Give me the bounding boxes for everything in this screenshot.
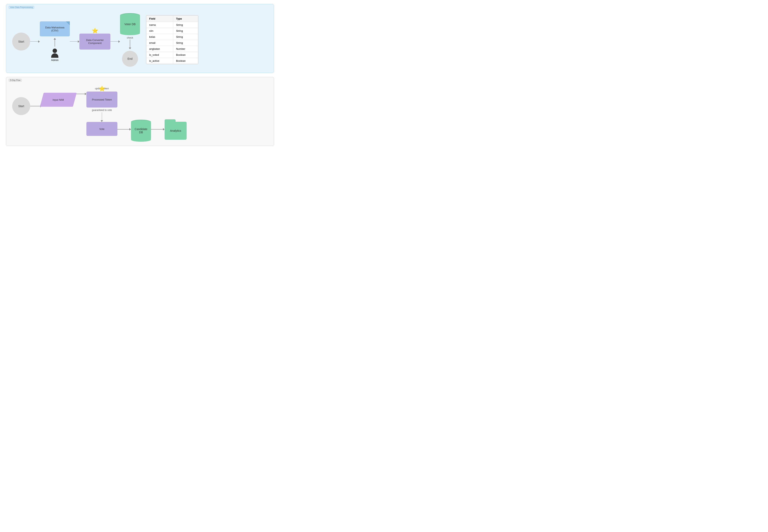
bottom-flow: Start Input NIM [12, 87, 268, 140]
admin-person-icon [51, 49, 58, 58]
table-header-type: Type [173, 16, 198, 22]
check-label: check [127, 36, 133, 39]
star-token: ⭐ [99, 86, 105, 92]
top-flow: Start Data Mahasiswa (CSV) [12, 16, 268, 67]
table-row: kelasString [146, 34, 198, 40]
admin-block: Admin [51, 49, 59, 62]
table-row: emailString [146, 40, 198, 46]
v-arrow-to-end [129, 40, 131, 49]
guaranteed-arrow: guaranteed to vote [92, 109, 112, 122]
admin-arrow-group: Admin [51, 38, 59, 62]
csv-admin-group: Data Mahasiswa (CSV) Admin [40, 21, 70, 62]
voter-db-table: Field Type namaStringnimStringkelasStrin… [146, 15, 199, 64]
input-nim-node: Input NIM [40, 93, 77, 107]
voter-db-end-group: Voter DB check End [120, 12, 140, 67]
dday-section-label: D-Day Flow [9, 79, 22, 82]
table-row: is_activeBoolean [146, 58, 198, 64]
start-node-bottom: Start [12, 97, 30, 115]
start-nim-group: Start [12, 97, 42, 115]
candidate-db-group: Candidate DB [131, 122, 151, 140]
analytics-node: Analytics [164, 122, 186, 140]
processed-token-node: Processed Token [86, 92, 117, 108]
table-header-field: Field [146, 16, 173, 22]
candidate-db-node: Candidate DB [131, 122, 151, 140]
end-node-top: End [122, 51, 138, 67]
dday-flow-section: D-Day Flow Start Input NIM [6, 77, 274, 146]
admin-label: Admin [51, 59, 59, 62]
up-arrow-line [55, 40, 55, 47]
person-head [53, 49, 57, 53]
check-arrow-group: check End [122, 36, 138, 67]
table-row: is_votedBoolean [146, 52, 198, 58]
input-nim-group: Input NIM [42, 93, 75, 107]
processed-token-group: update token ⭐ Processed Token guarantee… [86, 87, 117, 136]
cdb-to-analytics-arrow-group [151, 128, 164, 131]
vote-node: Vote [86, 122, 117, 136]
table-row: namaString [146, 22, 198, 28]
voter-section-label: Voter Data Preprocessing [9, 6, 34, 9]
start-node-top: Start [12, 33, 30, 51]
csv-node: Data Mahasiswa (CSV) [40, 21, 70, 36]
table-row: angkatanNumber [146, 46, 198, 52]
converter-node-wrap: ⭐ Data Converter Component [79, 34, 110, 50]
analytics-group: Analytics [164, 122, 186, 140]
main-container: Voter Data Preprocessing Start Data Maha… [0, 0, 280, 150]
converter-node: Data Converter Component [79, 34, 110, 50]
arrow-converter-db [110, 40, 120, 43]
arrow-csv-converter [70, 40, 79, 43]
guaranteed-label: guaranteed to vote [92, 109, 112, 112]
voter-preprocessing-section: Voter Data Preprocessing Start Data Maha… [6, 4, 274, 73]
voter-db-node: Voter DB [120, 15, 140, 33]
processed-token-wrap: ⭐ Processed Token [86, 92, 117, 108]
vote-to-cdb-arrow-group [117, 128, 131, 131]
arrow-start-csv [30, 40, 40, 43]
table-row: nimString [146, 28, 198, 34]
arrow-cdb-analytics [151, 128, 164, 131]
person-body [51, 53, 58, 58]
up-arrow-head [54, 38, 56, 40]
arrow-vote-cdb [117, 128, 131, 131]
v-arrow-to-vote [101, 112, 103, 122]
star-converter: ⭐ [92, 28, 98, 34]
